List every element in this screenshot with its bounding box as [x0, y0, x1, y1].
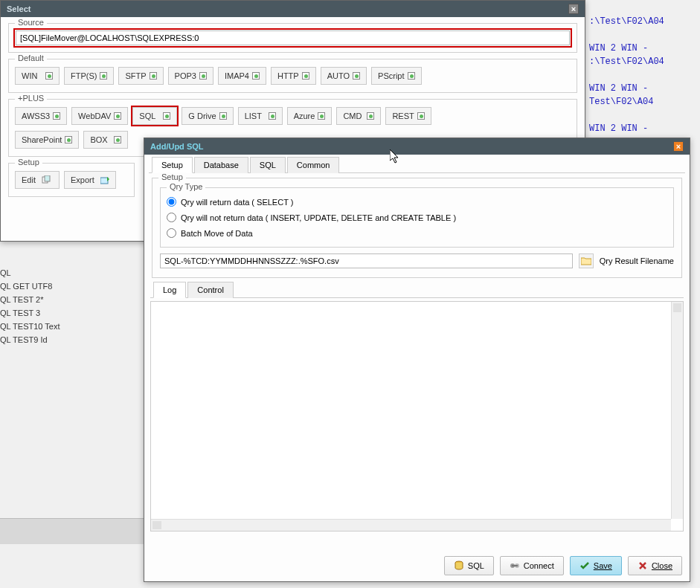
list-item[interactable]: QL TEST 2* [0, 293, 60, 306]
default-legend: Default [15, 54, 47, 62]
radio-insert-input[interactable] [167, 213, 176, 222]
indicator-icon [408, 72, 415, 80]
webdav-button[interactable]: WebDAV [71, 107, 128, 125]
indicator-icon [219, 112, 227, 120]
tab-log[interactable]: Log [153, 282, 186, 298]
pop3-button[interactable]: POP3 [168, 67, 213, 85]
check-icon [579, 560, 590, 571]
indicator-icon [367, 112, 374, 120]
setup-group-legend: Setup [158, 172, 186, 181]
edit-button[interactable]: Edit [15, 171, 60, 189]
connect-button[interactable]: Connect [500, 556, 564, 575]
plus-button-row-1: AWSS3WebDAVSQLG DriveLISTAzureCMDREST [15, 106, 571, 126]
export-label: Export [71, 175, 94, 184]
gdrive-button[interactable]: G Drive [182, 107, 233, 125]
button-label: AWSS3 [22, 112, 50, 120]
sftp-button[interactable]: SFTP [118, 67, 163, 85]
tab-sql[interactable]: SQL [250, 157, 286, 173]
tab-database[interactable]: Database [194, 157, 248, 173]
tab-setup[interactable]: Setup [152, 157, 193, 173]
left-list: QLQL GET UTF8QL TEST 2*QL TEST 3QL TEST1… [0, 266, 60, 346]
indicator-icon [163, 112, 170, 120]
sql-tabs: SetupDatabaseSQLCommon [149, 156, 685, 173]
list-item[interactable]: QL TEST 3 [0, 306, 60, 320]
footer-buttons: SQL Connect Save Close [444, 556, 682, 575]
sql-button[interactable]: SQL [132, 107, 177, 125]
imap4-button[interactable]: IMAP4 [218, 67, 266, 85]
edit-label: Edit [22, 175, 36, 184]
button-label: WIN [22, 71, 37, 80]
qry-filename-row: Qry Result Filename [158, 251, 675, 271]
radio-select[interactable]: Qry will return data ( SELECT ) [167, 194, 667, 210]
qry-filename-input[interactable] [160, 253, 573, 268]
indicator-icon [417, 112, 425, 120]
button-label: CMD [343, 112, 362, 120]
rest-button[interactable]: REST [385, 107, 431, 125]
radio-insert[interactable]: Qry will not return data ( INSERT, UPDAT… [167, 210, 667, 225]
win-button[interactable]: WIN [15, 67, 60, 85]
ftps-button[interactable]: FTP(S) [64, 67, 114, 85]
export-button[interactable]: Export [64, 171, 116, 189]
button-label: AUTO [327, 71, 350, 80]
list-item[interactable]: QL [0, 266, 60, 280]
svg-rect-2 [100, 178, 108, 184]
indicator-icon [114, 112, 121, 120]
indicator-icon [114, 136, 121, 143]
button-label: SharePoint [22, 135, 62, 144]
export-icon [100, 175, 109, 184]
close-button[interactable]: Close [628, 556, 682, 575]
cmd-button[interactable]: CMD [336, 107, 381, 125]
http-button[interactable]: HTTP [271, 67, 316, 85]
list-item[interactable]: QL TEST9 Id [0, 333, 60, 346]
list-item[interactable]: QL GET UTF8 [0, 280, 60, 293]
indicator-icon [45, 72, 53, 80]
indicator-icon [252, 72, 260, 80]
radio-batch-input[interactable] [167, 228, 176, 238]
auto-button[interactable]: AUTO [321, 67, 367, 85]
indicator-icon [353, 72, 360, 80]
radio-select-input[interactable] [167, 197, 176, 207]
save-button[interactable]: Save [570, 556, 622, 575]
close-button-label: Close [652, 561, 672, 570]
indicator-icon [302, 72, 309, 80]
setup-buttons: Edit Export [15, 169, 128, 190]
button-label: IMAP4 [225, 71, 249, 80]
tab-common[interactable]: Common [287, 157, 340, 173]
close-icon[interactable]: × [568, 4, 579, 14]
source-input[interactable] [16, 30, 570, 45]
sql-title: Add/Upd SQL [150, 142, 204, 151]
save-button-label: Save [594, 561, 612, 570]
folder-icon[interactable] [579, 253, 594, 268]
source-legend: Source [15, 18, 47, 27]
radio-batch[interactable]: Batch Move of Data [167, 225, 667, 241]
setup-group: Setup Qry Type Qry will return data ( SE… [152, 178, 682, 278]
radio-select-label: Qry will return data ( SELECT ) [181, 198, 293, 207]
close-icon[interactable]: × [673, 141, 684, 152]
list-item[interactable]: QL TEST10 Text [0, 320, 60, 333]
button-label: BOX [90, 135, 107, 144]
button-label: REST [392, 112, 414, 120]
azure-button[interactable]: Azure [287, 107, 333, 125]
sql-button-label: SQL [468, 561, 484, 570]
button-label: LIST [245, 112, 262, 120]
sharepoint-button[interactable]: SharePoint [15, 131, 79, 149]
list-button[interactable]: LIST [238, 107, 283, 125]
horizontal-scrollbar[interactable] [151, 519, 671, 531]
button-label: SFTP [125, 71, 146, 80]
awss3-button[interactable]: AWSS3 [15, 107, 67, 125]
sql-titlebar: Add/Upd SQL × [144, 138, 690, 155]
default-fieldset: Default WINFTP(S)SFTPPOP3IMAP4HTTPAUTOPS… [8, 59, 577, 93]
background-bar [0, 518, 144, 544]
indicator-icon [65, 136, 72, 143]
indicator-icon [150, 72, 157, 80]
pscript-button[interactable]: PScript [371, 67, 421, 85]
sql-button[interactable]: SQL [444, 556, 494, 575]
qrytype-legend: Qry Type [167, 182, 205, 191]
vertical-scrollbar[interactable] [671, 302, 683, 519]
tab-control[interactable]: Control [187, 282, 233, 298]
select-title: Select [7, 4, 30, 13]
button-label: Azure [294, 112, 315, 120]
button-label: WebDAV [78, 112, 111, 120]
box-button[interactable]: BOX [83, 131, 128, 149]
source-highlight [15, 30, 571, 46]
